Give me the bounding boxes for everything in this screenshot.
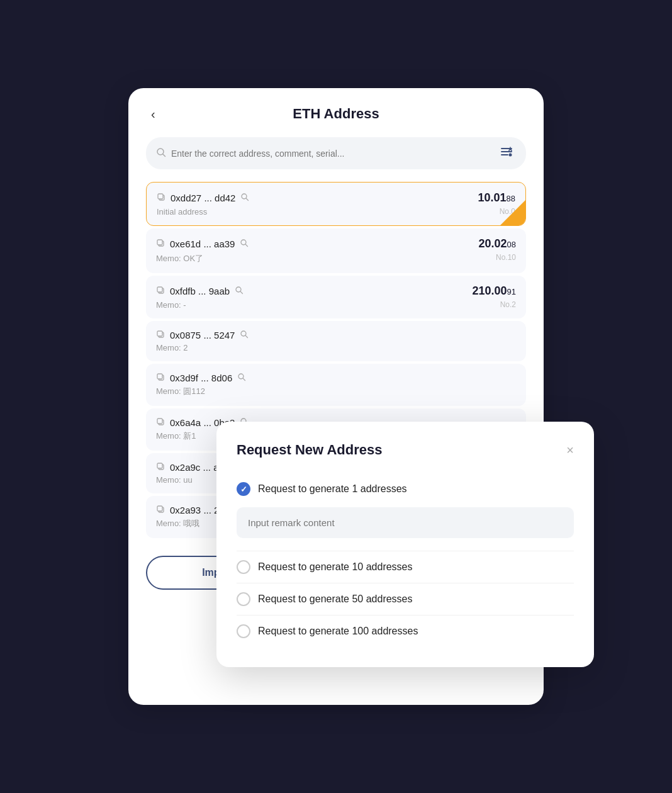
address-search-icon[interactable]	[240, 193, 249, 203]
address-text: 0x0875 ... 5247	[170, 330, 235, 340]
memo-text: Memo: 新1	[156, 430, 196, 442]
copy-icon[interactable]	[156, 417, 165, 428]
svg-line-19	[241, 292, 243, 294]
svg-point-5	[509, 154, 512, 157]
memo-text: Memo: uu	[156, 475, 193, 485]
svg-line-23	[246, 336, 248, 338]
address-search-icon[interactable]	[240, 330, 249, 340]
divider	[237, 615, 574, 616]
radio-circle: ✓	[237, 482, 250, 496]
radio-option[interactable]: ✓Request to generate 1 addresses	[237, 476, 574, 502]
search-icon	[156, 147, 166, 160]
copy-icon[interactable]	[156, 330, 165, 340]
page-title: ETH Address	[293, 106, 379, 122]
main-card: ‹ ETH Address	[128, 88, 544, 705]
radio-label: Request to generate 50 addresses	[258, 593, 413, 605]
no-badge: No.10	[496, 253, 516, 264]
radio-label: Request to generate 100 addresses	[258, 626, 418, 637]
svg-point-26	[238, 374, 244, 379]
modal-header: Request New Address ×	[237, 442, 574, 458]
request-new-address-modal: Request New Address × ✓Request to genera…	[216, 422, 594, 667]
no-badge: No.2	[500, 300, 516, 310]
copy-icon[interactable]	[156, 373, 165, 383]
svg-rect-37	[157, 506, 162, 511]
radio-label: Request to generate 10 addresses	[258, 561, 413, 573]
address-item[interactable]: 0xfdfb ... 9aab 210.0091 Memo: - No.2	[146, 276, 526, 318]
modal-close-button[interactable]: ×	[566, 444, 574, 456]
address-amount: 20.0208	[478, 237, 516, 250]
page-header: ‹ ETH Address	[146, 106, 526, 122]
search-bar	[146, 137, 526, 169]
radio-circle	[237, 624, 250, 638]
remark-input[interactable]	[237, 507, 574, 538]
copy-icon[interactable]	[157, 193, 165, 203]
svg-point-18	[236, 287, 241, 292]
radio-circle	[237, 592, 250, 606]
svg-point-10	[242, 194, 247, 199]
radio-option[interactable]: Request to generate 10 addresses	[237, 554, 574, 580]
svg-line-1	[163, 154, 165, 157]
memo-text: Memo: 圆112	[156, 386, 205, 397]
copy-icon[interactable]	[156, 462, 165, 473]
active-corner-badge	[500, 200, 525, 225]
address-item[interactable]: 0x3d9f ... 8d06 Memo: 圆112	[146, 364, 526, 406]
address-search-icon[interactable]	[240, 239, 249, 249]
checkmark-icon: ✓	[240, 485, 247, 494]
search-input[interactable]	[171, 149, 492, 159]
memo-text: Memo: -	[156, 300, 186, 310]
address-text: 0x3d9f ... 8d06	[170, 373, 232, 383]
modal-option: Request to generate 100 addresses	[237, 618, 574, 644]
address-text: 0xe61d ... aa39	[170, 239, 235, 249]
svg-line-15	[246, 245, 248, 247]
svg-rect-13	[157, 240, 162, 245]
modal-option: Request to generate 50 addresses	[237, 586, 574, 612]
address-text: 0xfdfb ... 9aab	[170, 286, 230, 296]
copy-icon[interactable]	[156, 286, 165, 296]
copy-icon[interactable]	[156, 239, 165, 249]
svg-line-27	[244, 379, 245, 381]
radio-circle	[237, 560, 250, 574]
address-item[interactable]: 0xdd27 ... dd42 10.0188 Initial address …	[146, 182, 526, 226]
address-item[interactable]: 0xe61d ... aa39 20.0208 Memo: OK了 No.10	[146, 228, 526, 273]
modal-option: Request to generate 10 addresses	[237, 554, 574, 580]
address-search-icon[interactable]	[237, 373, 246, 383]
modal-options: ✓Request to generate 1 addressesRequest …	[237, 476, 574, 644]
svg-rect-25	[157, 374, 162, 379]
address-amount: 210.0091	[472, 284, 516, 298]
copy-icon[interactable]	[156, 505, 165, 515]
divider	[237, 551, 574, 551]
svg-rect-9	[158, 194, 163, 199]
svg-rect-33	[157, 463, 162, 468]
radio-option[interactable]: Request to generate 100 addresses	[237, 618, 574, 644]
svg-line-11	[247, 199, 249, 201]
address-search-icon[interactable]	[235, 286, 244, 296]
radio-label: Request to generate 1 addresses	[258, 483, 407, 495]
filter-button[interactable]	[497, 143, 516, 163]
address-item[interactable]: 0x0875 ... 5247 Memo: 2	[146, 321, 526, 361]
address-text: 0xdd27 ... dd42	[171, 193, 235, 203]
svg-rect-17	[157, 287, 162, 292]
svg-point-14	[241, 240, 246, 245]
back-button[interactable]: ‹	[146, 104, 160, 124]
svg-point-7	[509, 150, 512, 152]
radio-option[interactable]: Request to generate 50 addresses	[237, 586, 574, 612]
svg-rect-21	[157, 331, 162, 336]
divider	[237, 583, 574, 583]
memo-text: Memo: 哦哦	[156, 518, 199, 529]
memo-text: Initial address	[157, 207, 207, 217]
memo-text: Memo: OK了	[156, 253, 203, 264]
svg-point-22	[241, 331, 246, 336]
memo-text: Memo: 2	[156, 343, 188, 352]
modal-title: Request New Address	[237, 442, 382, 458]
modal-option: ✓Request to generate 1 addresses	[237, 476, 574, 548]
svg-rect-29	[157, 419, 162, 424]
